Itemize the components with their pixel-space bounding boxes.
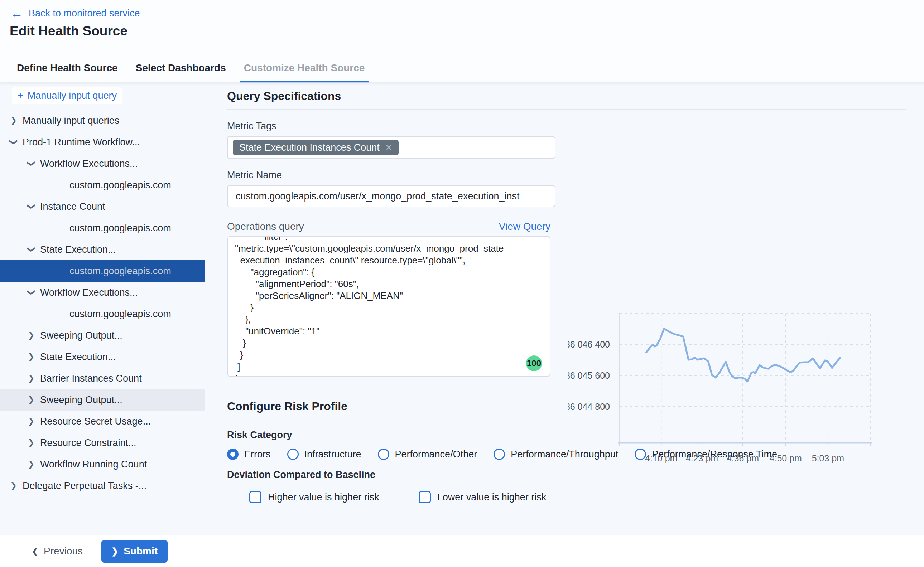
metric-name-input[interactable]: custom.googleapis.com/user/x_mongo_prod_… bbox=[227, 185, 556, 207]
tree-item[interactable]: ❯Sweeping Output... bbox=[0, 325, 205, 346]
tab-select-dashboards[interactable]: Select Dashboards bbox=[131, 54, 230, 82]
chevron-down-icon[interactable]: ❯ bbox=[27, 245, 36, 254]
checkbox-label: Higher value is higher risk bbox=[268, 492, 379, 503]
tree-item[interactable]: ❯Resource Constraint... bbox=[0, 432, 205, 453]
tab-define-health-source[interactable]: Define Health Source bbox=[12, 54, 122, 82]
radio-button[interactable] bbox=[494, 448, 505, 460]
operations-query-row: Operations query View Query bbox=[227, 221, 550, 232]
add-manual-query-button[interactable]: + Manually input query bbox=[12, 87, 122, 104]
tree-item-label: Manually input queries bbox=[23, 115, 119, 126]
chart-x-axis-label: 4:10 pm bbox=[645, 453, 677, 463]
chevron-right-icon[interactable]: ❯ bbox=[27, 417, 36, 426]
back-arrow-icon: ← bbox=[11, 7, 23, 20]
tree-item[interactable]: ❯custom.googleapis.com bbox=[0, 303, 205, 325]
checkbox-label: Lower value is higher risk bbox=[437, 492, 547, 503]
tree-item[interactable]: ❯Workflow Running Count bbox=[0, 453, 205, 475]
checkbox[interactable] bbox=[419, 491, 431, 503]
content-area: + Manually input query ❯Manually input q… bbox=[0, 82, 924, 535]
risk-category-option[interactable]: Infrastructure bbox=[287, 448, 361, 460]
submit-button[interactable]: ❯ Submit bbox=[101, 540, 168, 563]
query-score-badge: 100 bbox=[526, 356, 542, 371]
tree-item-label: Barrier Instances Count bbox=[40, 373, 142, 384]
tree-item[interactable]: ❯Prod-1 Runtime Workflow... bbox=[0, 131, 205, 153]
tree-item[interactable]: ❯Instance Count bbox=[0, 196, 205, 217]
tree-item-label: custom.googleapis.com bbox=[69, 309, 171, 320]
operations-query-textarea[interactable]: "filter": "metric.type=\"custom.googleap… bbox=[227, 236, 550, 377]
operations-query-text: "filter": "metric.type=\"custom.googleap… bbox=[228, 236, 550, 377]
tree-item-label: custom.googleapis.com bbox=[69, 266, 171, 277]
radio-button[interactable] bbox=[378, 448, 389, 460]
tree-item-label: Workflow Running Count bbox=[40, 459, 147, 470]
radio-button[interactable] bbox=[287, 448, 299, 460]
chart-y-axis-label: 36 044 800 bbox=[568, 402, 610, 412]
page-header: ← Back to monitored service Edit Health … bbox=[0, 0, 924, 54]
chart-y-axis-label: 36 045 600 bbox=[568, 370, 610, 381]
metric-preview-chart: 36 046 40036 045 60036 044 8004:10 pm4:2… bbox=[568, 306, 883, 475]
tree-item-label: State Execution... bbox=[40, 244, 116, 255]
previous-button[interactable]: ❮ Previous bbox=[32, 546, 83, 557]
tab-label: Customize Health Source bbox=[244, 62, 365, 74]
tree-item[interactable]: ❯Workflow Executions... bbox=[0, 282, 205, 303]
tree-item[interactable]: ❯Resource Secret Usage... bbox=[0, 411, 205, 432]
edit-health-source-page: ← Back to monitored service Edit Health … bbox=[0, 0, 924, 567]
chevron-right-icon[interactable]: ❯ bbox=[27, 352, 36, 362]
view-query-link[interactable]: View Query bbox=[499, 221, 550, 232]
deviation-checkbox-group: Higher value is higher riskLower value i… bbox=[249, 491, 906, 503]
chevron-right-icon[interactable]: ❯ bbox=[27, 460, 36, 469]
tree-item[interactable]: ❯Workflow Executions... bbox=[0, 153, 205, 174]
tree-item-label: Sweeping Output... bbox=[40, 330, 122, 341]
chevron-right-icon[interactable]: ❯ bbox=[27, 374, 36, 383]
tree-item[interactable]: ❯Manually input queries bbox=[0, 110, 205, 131]
tree-item[interactable]: ❯custom.googleapis.com bbox=[0, 260, 205, 282]
tree-item-label: Resource Constraint... bbox=[40, 437, 137, 448]
metric-tag-chip: State Execution Instances Count ✕ bbox=[233, 140, 399, 155]
chevron-right-icon[interactable]: ❯ bbox=[9, 481, 18, 490]
metric-tags-input[interactable]: State Execution Instances Count ✕ bbox=[227, 136, 556, 159]
page-title: Edit Health Source bbox=[10, 24, 924, 39]
tree-item[interactable]: ❯Delegate Perpetual Tasks -... bbox=[0, 475, 205, 496]
chevron-down-icon[interactable]: ❯ bbox=[27, 159, 36, 168]
chevron-right-icon[interactable]: ❯ bbox=[27, 438, 36, 447]
metric-tag-chip-label: State Execution Instances Count bbox=[239, 142, 380, 153]
timeseries-chart-svg: 36 046 40036 045 60036 044 8004:10 pm4:2… bbox=[568, 306, 883, 475]
radio-button[interactable] bbox=[227, 448, 239, 460]
chevron-right-icon[interactable]: ❯ bbox=[27, 331, 36, 340]
previous-button-label: Previous bbox=[44, 546, 83, 557]
footer-bar: ❮ Previous ❯ Submit bbox=[0, 535, 924, 567]
back-link[interactable]: ← Back to monitored service bbox=[11, 7, 140, 20]
chart-y-axis-label: 36 046 400 bbox=[568, 339, 610, 350]
operations-query-label: Operations query bbox=[227, 221, 304, 232]
wizard-tabbar: Define Health SourceSelect DashboardsCus… bbox=[0, 54, 924, 82]
deviation-option[interactable]: Lower value is higher risk bbox=[419, 491, 547, 503]
plus-icon: + bbox=[18, 90, 23, 101]
query-specifications-title: Query Specifications bbox=[227, 90, 906, 103]
tree-item[interactable]: ❯custom.googleapis.com bbox=[0, 217, 205, 239]
radio-label: Infrastructure bbox=[304, 449, 361, 460]
metric-tags-label: Metric Tags bbox=[227, 121, 906, 132]
chevron-down-icon[interactable]: ❯ bbox=[9, 138, 18, 147]
tree-item[interactable]: ❯State Execution... bbox=[0, 239, 205, 260]
radio-label: Performance/Other bbox=[395, 449, 478, 460]
risk-category-option[interactable]: Errors bbox=[227, 448, 271, 460]
chevron-right-icon[interactable]: ❯ bbox=[27, 395, 36, 405]
tree-item-label: Resource Secret Usage... bbox=[40, 416, 151, 427]
chart-x-axis-label: 4:50 pm bbox=[770, 453, 802, 463]
tree-item[interactable]: ❯custom.googleapis.com bbox=[0, 174, 205, 196]
close-icon[interactable]: ✕ bbox=[385, 143, 392, 153]
tree-item-label: Prod-1 Runtime Workflow... bbox=[23, 137, 140, 148]
tree-item[interactable]: ❯Sweeping Output... bbox=[0, 389, 205, 411]
deviation-option[interactable]: Higher value is higher risk bbox=[249, 491, 379, 503]
metric-name-value: custom.googleapis.com/user/x_mongo_prod_… bbox=[236, 191, 519, 202]
tab-customize-health-source[interactable]: Customize Health Source bbox=[240, 54, 369, 82]
risk-category-option[interactable]: Performance/Other bbox=[378, 448, 478, 460]
chevron-left-icon: ❮ bbox=[32, 546, 39, 556]
tab-label: Define Health Source bbox=[17, 62, 118, 74]
tree-item[interactable]: ❯Barrier Instances Count bbox=[0, 368, 205, 389]
chevron-down-icon[interactable]: ❯ bbox=[27, 202, 36, 211]
metric-tree: ❯Manually input queries❯Prod-1 Runtime W… bbox=[0, 110, 212, 496]
chevron-down-icon[interactable]: ❯ bbox=[27, 288, 36, 297]
tree-item[interactable]: ❯State Execution... bbox=[0, 346, 205, 368]
tree-item-label: custom.googleapis.com bbox=[69, 223, 171, 234]
chevron-right-icon[interactable]: ❯ bbox=[9, 116, 18, 125]
checkbox[interactable] bbox=[249, 491, 261, 503]
